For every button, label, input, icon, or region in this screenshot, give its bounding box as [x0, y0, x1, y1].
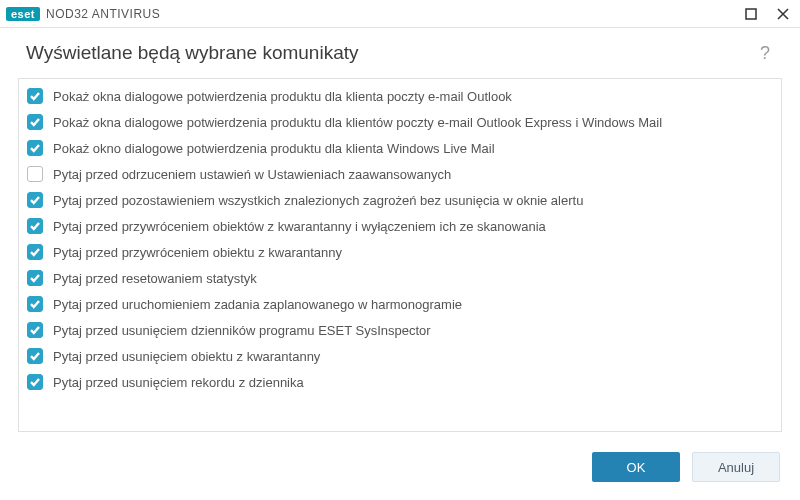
list-item[interactable]: Pokaż okna dialogowe potwierdzenia produ…	[19, 109, 781, 135]
options-list[interactable]: Pokaż okna dialogowe potwierdzenia produ…	[19, 79, 781, 431]
list-item[interactable]: Pytaj przed usunięciem dzienników progra…	[19, 317, 781, 343]
svg-rect-0	[746, 9, 756, 19]
checkbox[interactable]	[27, 192, 43, 208]
ok-button[interactable]: OK	[592, 452, 680, 482]
checkbox[interactable]	[27, 166, 43, 182]
cancel-button[interactable]: Anuluj	[692, 452, 780, 482]
list-item-label: Pytaj przed usunięciem dzienników progra…	[53, 323, 431, 338]
list-item-label: Pytaj przed usunięciem obiektu z kwarant…	[53, 349, 320, 364]
check-icon	[29, 272, 41, 284]
list-item-label: Pytaj przed odrzuceniem ustawień w Ustaw…	[53, 167, 451, 182]
dialog-footer: OK Anuluj	[0, 438, 800, 500]
list-item[interactable]: Pytaj przed usunięciem rekordu z dzienni…	[19, 369, 781, 395]
list-item[interactable]: Pytaj przed odrzuceniem ustawień w Ustaw…	[19, 161, 781, 187]
checkbox[interactable]	[27, 322, 43, 338]
checkbox[interactable]	[27, 88, 43, 104]
list-item[interactable]: Pytaj przed przywróceniem obiektów z kwa…	[19, 213, 781, 239]
brand-badge: eset	[6, 7, 40, 21]
checkbox[interactable]	[27, 296, 43, 312]
list-item-label: Pytaj przed przywróceniem obiektu z kwar…	[53, 245, 342, 260]
list-item-label: Pytaj przed resetowaniem statystyk	[53, 271, 257, 286]
checkbox[interactable]	[27, 140, 43, 156]
list-item-label: Pokaż okno dialogowe potwierdzenia produ…	[53, 141, 495, 156]
dialog-header: Wyświetlane będą wybrane komunikaty ?	[0, 28, 800, 68]
checkbox[interactable]	[27, 114, 43, 130]
checkbox[interactable]	[27, 270, 43, 286]
window-controls	[740, 3, 794, 25]
check-icon	[29, 90, 41, 102]
brand-product: NOD32 ANTIVIRUS	[46, 7, 160, 21]
list-item[interactable]: Pokaż okna dialogowe potwierdzenia produ…	[19, 83, 781, 109]
checkbox[interactable]	[27, 218, 43, 234]
maximize-icon	[745, 8, 757, 20]
list-item[interactable]: Pytaj przed resetowaniem statystyk	[19, 265, 781, 291]
list-item-label: Pytaj przed przywróceniem obiektów z kwa…	[53, 219, 546, 234]
options-list-container: Pokaż okna dialogowe potwierdzenia produ…	[18, 78, 782, 432]
titlebar: eset NOD32 ANTIVIRUS	[0, 0, 800, 28]
list-item[interactable]: Pokaż okno dialogowe potwierdzenia produ…	[19, 135, 781, 161]
list-item-label: Pytaj przed usunięciem rekordu z dzienni…	[53, 375, 304, 390]
close-button[interactable]	[772, 3, 794, 25]
maximize-button[interactable]	[740, 3, 762, 25]
list-item[interactable]: Pytaj przed przywróceniem obiektu z kwar…	[19, 239, 781, 265]
close-icon	[777, 8, 789, 20]
check-icon	[29, 324, 41, 336]
list-item-label: Pokaż okna dialogowe potwierdzenia produ…	[53, 89, 512, 104]
check-icon	[29, 298, 41, 310]
checkbox[interactable]	[27, 348, 43, 364]
check-icon	[29, 116, 41, 128]
list-item-label: Pytaj przed pozostawieniem wszystkich zn…	[53, 193, 583, 208]
check-icon	[29, 220, 41, 232]
help-button[interactable]: ?	[756, 43, 774, 64]
list-item-label: Pytaj przed uruchomieniem zadania zaplan…	[53, 297, 462, 312]
brand: eset NOD32 ANTIVIRUS	[6, 7, 160, 21]
check-icon	[29, 142, 41, 154]
check-icon	[29, 376, 41, 388]
list-item-label: Pokaż okna dialogowe potwierdzenia produ…	[53, 115, 662, 130]
list-item[interactable]: Pytaj przed pozostawieniem wszystkich zn…	[19, 187, 781, 213]
check-icon	[29, 246, 41, 258]
check-icon	[29, 350, 41, 362]
checkbox[interactable]	[27, 374, 43, 390]
page-title: Wyświetlane będą wybrane komunikaty	[26, 42, 359, 64]
checkbox[interactable]	[27, 244, 43, 260]
list-item[interactable]: Pytaj przed uruchomieniem zadania zaplan…	[19, 291, 781, 317]
list-item[interactable]: Pytaj przed usunięciem obiektu z kwarant…	[19, 343, 781, 369]
check-icon	[29, 194, 41, 206]
